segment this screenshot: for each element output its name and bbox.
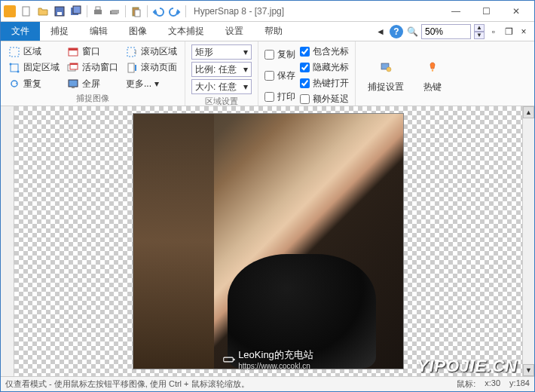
statusbar: 仅查看模式 - 使用鼠标左按钮平移图像, 使用 Ctrl + 鼠标滚轮缩放。 鼠… bbox=[1, 376, 534, 391]
tab-help[interactable]: 帮助 bbox=[254, 22, 293, 41]
qat-printmany-icon[interactable] bbox=[107, 4, 122, 19]
label: 包含光标 bbox=[313, 45, 349, 58]
qat-separator bbox=[87, 5, 87, 17]
svg-rect-6 bbox=[96, 7, 100, 10]
hide-cursor-checkbox[interactable]: 隐藏光标 bbox=[300, 60, 349, 75]
zoom-up-button[interactable]: ▲ bbox=[474, 24, 485, 32]
svg-rect-10 bbox=[135, 10, 140, 17]
qat-separator bbox=[147, 5, 148, 17]
tab-image[interactable]: 图像 bbox=[118, 22, 157, 41]
status-mode-text: 仅查看模式 - 使用鼠标左按钮平移图像, 使用 Ctrl + 鼠标滚轮缩放。 bbox=[5, 378, 249, 390]
window-icon bbox=[67, 46, 79, 58]
minimize-button[interactable]: — bbox=[441, 2, 471, 21]
hotkeys-button[interactable]: 热键 bbox=[414, 44, 451, 104]
capture-fixed-region-button[interactable]: 固定区域 bbox=[7, 60, 61, 75]
qat-new-icon[interactable] bbox=[19, 4, 34, 19]
vertical-ruler bbox=[1, 106, 14, 376]
canvas-area: LeoKing的充电站 https://www.cocokl.cn YIPOJI… bbox=[1, 106, 534, 376]
nav-back-icon[interactable]: ◄ bbox=[374, 26, 387, 38]
qat-open-icon[interactable] bbox=[35, 4, 50, 19]
search-icon[interactable]: 🔍 bbox=[406, 26, 418, 38]
tab-settings[interactable]: 设置 bbox=[215, 22, 254, 41]
capture-repeat-button[interactable]: 重复 bbox=[7, 77, 61, 91]
svg-rect-12 bbox=[11, 64, 18, 72]
ratio-dropdown[interactable]: 比例: 任意▾ bbox=[191, 62, 252, 77]
size-dropdown[interactable]: 大小: 任意▾ bbox=[191, 79, 252, 94]
value: 比例: 任意 bbox=[195, 63, 237, 76]
svg-rect-26 bbox=[224, 357, 234, 362]
scroll-track[interactable] bbox=[523, 118, 534, 364]
svg-rect-4 bbox=[73, 6, 81, 14]
tab-file[interactable]: 文件 bbox=[1, 22, 40, 41]
capture-settings-button[interactable]: 捕捉设置 bbox=[362, 44, 410, 104]
quick-access-toolbar bbox=[19, 4, 188, 19]
status-x: x:30 bbox=[485, 378, 500, 390]
label: 滚动区域 bbox=[141, 45, 177, 58]
capture-more-button[interactable]: 更多... ▾ bbox=[124, 77, 179, 91]
zoom-down-button[interactable]: ▼ bbox=[474, 32, 485, 39]
ribbon-tabs: 文件 捕捉 编辑 图像 文本捕捉 设置 帮助 ◄ ? 🔍 ▲ ▼ ▫ ❐ × bbox=[1, 22, 534, 41]
qat-paste-icon[interactable] bbox=[129, 4, 144, 19]
auto-save-checkbox[interactable]: 保存 bbox=[264, 69, 295, 83]
auto-print-checkbox[interactable]: 打印 bbox=[264, 90, 295, 104]
label: 额外延迟 bbox=[313, 93, 349, 106]
svg-point-14 bbox=[17, 70, 20, 72]
zoom-input[interactable] bbox=[421, 24, 471, 39]
auto-copy-checkbox[interactable]: 复制 bbox=[264, 47, 295, 62]
label: 窗口 bbox=[82, 45, 100, 58]
capture-active-window-button[interactable]: 活动窗口 bbox=[66, 60, 120, 75]
chevron-down-icon: ▾ bbox=[243, 64, 248, 75]
hotkey-open-checkbox[interactable]: 热键打开 bbox=[300, 76, 349, 90]
scroll-up-button[interactable]: ▲ bbox=[523, 106, 534, 118]
label: 复制 bbox=[277, 48, 295, 61]
qat-redo-icon[interactable] bbox=[167, 4, 182, 19]
ribbon-group-capture-image: 区域 固定区域 重复 窗口 活动窗口 全屏 滚动区域 滚动页面 更多... ▾ … bbox=[1, 41, 185, 106]
capture-scroll-region-button[interactable]: 滚动区域 bbox=[124, 44, 179, 59]
image-viewport[interactable]: LeoKing的充电站 https://www.cocokl.cn YIPOJI… bbox=[14, 106, 522, 376]
include-cursor-checkbox[interactable]: 包含光标 bbox=[300, 44, 349, 59]
capture-window-button[interactable]: 窗口 bbox=[66, 44, 120, 59]
watermark-sub: https://www.cocokl.cn bbox=[238, 362, 313, 370]
window-title: HyperSnap 8 - [37.jpg] bbox=[194, 6, 284, 17]
watermark: LeoKing的充电站 https://www.cocokl.cn bbox=[223, 348, 313, 370]
shape-dropdown[interactable]: 矩形▾ bbox=[191, 44, 252, 60]
help-icon[interactable]: ? bbox=[390, 25, 403, 38]
image-content bbox=[133, 113, 404, 369]
window-controls: — ☐ ✕ bbox=[441, 2, 531, 21]
hotkeys-icon bbox=[420, 55, 445, 79]
watermark-main: LeoKing的充电站 bbox=[238, 348, 313, 362]
svg-rect-27 bbox=[234, 358, 235, 360]
qat-separator bbox=[125, 5, 126, 17]
corner-watermark: YIPOJIE.CN bbox=[417, 357, 518, 376]
battery-icon bbox=[223, 354, 235, 366]
label: 重复 bbox=[23, 78, 41, 90]
svg-rect-19 bbox=[70, 63, 78, 65]
capture-settings-icon bbox=[374, 55, 398, 79]
maximize-button[interactable]: ☐ bbox=[471, 2, 501, 21]
label: 热键 bbox=[423, 81, 442, 93]
label: 全屏 bbox=[82, 78, 100, 90]
qat-save-icon[interactable] bbox=[52, 4, 67, 19]
tab-edit[interactable]: 编辑 bbox=[79, 22, 118, 41]
minimize-ribbon-icon[interactable]: ▫ bbox=[488, 26, 500, 38]
scroll-down-button[interactable]: ▼ bbox=[523, 364, 534, 376]
svg-rect-23 bbox=[128, 63, 134, 72]
close-button[interactable]: ✕ bbox=[501, 2, 531, 21]
qat-undo-icon[interactable] bbox=[151, 4, 166, 19]
chevron-down-icon: ▾ bbox=[154, 78, 159, 89]
vertical-scrollbar[interactable]: ▲ ▼ bbox=[522, 106, 534, 376]
extra-delay-checkbox[interactable]: 额外延迟 bbox=[300, 92, 349, 106]
label: 区域 bbox=[23, 45, 41, 58]
restore-icon[interactable]: ❐ bbox=[503, 26, 515, 38]
fullscreen-icon bbox=[67, 78, 79, 90]
tab-capture[interactable]: 捕捉 bbox=[40, 22, 79, 41]
capture-region-button[interactable]: 区域 bbox=[7, 44, 61, 59]
capture-fullscreen-button[interactable]: 全屏 bbox=[66, 77, 120, 91]
qat-print-icon[interactable] bbox=[90, 4, 105, 19]
qat-saveall-icon[interactable] bbox=[69, 4, 84, 19]
active-window-icon bbox=[67, 62, 79, 74]
close-doc-icon[interactable]: × bbox=[518, 26, 530, 38]
capture-scroll-page-button[interactable]: 滚动页面 bbox=[124, 60, 179, 75]
tab-textcapture[interactable]: 文本捕捉 bbox=[157, 22, 215, 41]
repeat-icon bbox=[8, 78, 20, 90]
